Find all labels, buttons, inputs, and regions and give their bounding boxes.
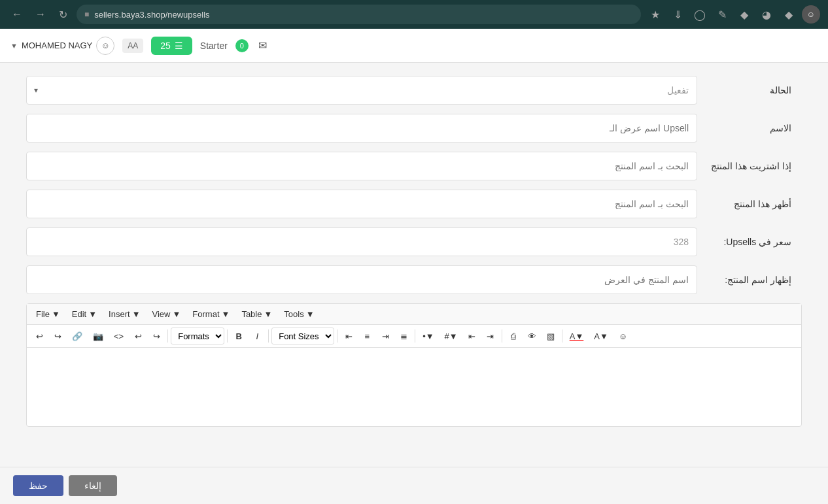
download-button[interactable]: ⇓ — [668, 5, 687, 24]
redo-button[interactable]: ↪ — [49, 328, 66, 344]
forward-button[interactable]: → — [31, 6, 50, 23]
price-label: سعر في Upsells: — [697, 237, 802, 247]
menu-view[interactable]: View ▼ — [147, 307, 186, 322]
text-color-button[interactable]: A▼ — [565, 328, 589, 344]
screenshot-button[interactable]: ◯ — [691, 5, 709, 24]
bell-button[interactable]: ✉ — [254, 37, 272, 55]
format-chevron-icon: ▼ — [222, 309, 230, 319]
edit-button[interactable]: ✎ — [713, 5, 731, 24]
status-label: الحالة — [697, 85, 802, 95]
outdent-button[interactable]: ⇤ — [464, 328, 481, 344]
file-chevron-icon: ▼ — [52, 309, 60, 319]
if-bought-input[interactable] — [26, 152, 697, 180]
notif-badge: 0 — [235, 39, 249, 52]
menu-edit[interactable]: Edit ▼ — [67, 307, 102, 322]
emoji-button[interactable]: ☺ — [614, 328, 632, 344]
editor-body[interactable] — [27, 348, 801, 426]
show-input[interactable] — [26, 190, 697, 218]
refresh-button[interactable]: ↻ — [55, 6, 71, 24]
toolbar-sep-1 — [167, 329, 168, 343]
image-button[interactable]: 📷 — [88, 328, 108, 344]
edit-chevron-icon: ▼ — [88, 309, 97, 319]
bullets-button[interactable]: •▼ — [418, 328, 438, 344]
bottom-bar: حفظ إلغاء — [0, 467, 828, 492]
cancel-button[interactable]: إلغاء — [69, 475, 117, 492]
indent-button[interactable]: ⇥ — [482, 328, 499, 344]
align-right-button[interactable]: ⇥ — [377, 328, 394, 344]
aa-button[interactable]: AA — [122, 39, 143, 53]
top-nav: ▼ MOHAMED NAGY ☺ AA 25 ☰ Starter 0 ✉ — [0, 29, 828, 63]
bold-button[interactable]: B — [230, 328, 247, 344]
table-chevron-icon: ▼ — [264, 309, 272, 319]
notif-area: 0 ✉ — [235, 37, 272, 55]
show-product-row: أظهر هذا المنتج — [26, 190, 802, 218]
align-justify-button[interactable]: ≣ — [395, 328, 412, 344]
back-button[interactable]: ← — [8, 6, 26, 23]
editor-menubar: File ▼ Edit ▼ Insert ▼ View ▼ Format ▼ T… — [27, 304, 801, 325]
raindrop-button[interactable]: ◆ — [735, 5, 753, 24]
site-icon: ■ — [84, 10, 89, 19]
code-button[interactable]: <> — [109, 328, 128, 344]
page-content: الحالة تفعيل الاسم إذا اشتريت هذا المنتج… — [0, 63, 828, 492]
tools-chevron-icon: ▼ — [306, 309, 315, 319]
user-avatar[interactable]: ☺ — [802, 5, 820, 24]
menu-format[interactable]: Format ▼ — [187, 307, 235, 322]
formats-select[interactable]: Formats — [171, 328, 224, 344]
display-name-input[interactable] — [26, 265, 697, 294]
display-name-row: إظهار اسم المنتج: — [26, 265, 802, 294]
toolbar-sep-3 — [268, 329, 269, 343]
display-name-label: إظهار اسم المنتج: — [697, 275, 802, 285]
view-chevron-icon: ▼ — [172, 309, 181, 319]
shield-button[interactable]: ◕ — [757, 5, 776, 24]
font-sizes-select[interactable]: Font Sizes — [271, 328, 334, 344]
badge-count: 25 — [160, 41, 171, 51]
url-text: sellers.baya3.shop/newupsells — [94, 10, 633, 20]
browser-actions: ★ ⇓ ◯ ✎ ◆ ◕ ◆ ☺ — [646, 5, 820, 24]
align-left-button[interactable]: ⇤ — [340, 328, 357, 344]
user-avatar-icon: ☺ — [96, 37, 114, 55]
italic-button[interactable]: I — [249, 328, 266, 344]
toolbar-sep-2 — [227, 329, 228, 343]
rich-text-editor: File ▼ Edit ▼ Insert ▼ View ▼ Format ▼ T… — [26, 303, 802, 427]
browser-chrome: ← → ↻ ■ sellers.baya3.shop/newupsells ★ … — [0, 0, 828, 29]
toolbar-sep-5 — [415, 329, 415, 343]
price-input[interactable] — [26, 227, 697, 256]
if-bought-row: إذا اشتريت هذا المنتج — [26, 152, 802, 180]
status-select[interactable]: تفعيل — [26, 76, 697, 105]
name-input[interactable] — [26, 114, 697, 143]
bookmark-button[interactable]: ★ — [646, 5, 664, 24]
starter-label: Starter — [200, 41, 228, 51]
save-button[interactable]: حفظ — [13, 475, 63, 492]
toolbar-sep-7 — [562, 329, 562, 343]
user-info[interactable]: ▼ MOHAMED NAGY ☺ — [10, 37, 114, 55]
status-row: الحالة تفعيل — [26, 76, 802, 105]
menu-insert[interactable]: Insert ▼ — [103, 307, 145, 322]
price-row: سعر في Upsells: — [26, 227, 802, 256]
menu-table[interactable]: Table ▼ — [236, 307, 277, 322]
align-center-button[interactable]: ≡ — [358, 328, 375, 344]
editor-toolbar: ↩ ↪ 🔗 📷 <> ↩ ↪ Formats B I Font Sizes ⇤ … — [27, 325, 801, 348]
address-bar[interactable]: ■ sellers.baya3.shop/newupsells — [77, 5, 641, 24]
list-icon: ☰ — [175, 41, 183, 51]
badge-button[interactable]: 25 ☰ — [151, 37, 192, 55]
print-button[interactable]: ⎙ — [505, 328, 522, 344]
name-label: الاسم — [697, 123, 802, 133]
toolbar-sep-4 — [337, 329, 337, 343]
numbered-button[interactable]: #▼ — [440, 328, 462, 344]
undo2-button[interactable]: ↩ — [129, 328, 147, 344]
preview-button[interactable]: 👁 — [523, 328, 541, 344]
table-btn[interactable]: ▧ — [542, 328, 559, 344]
user-name: MOHAMED NAGY — [22, 41, 92, 50]
link-button[interactable]: 🔗 — [67, 328, 87, 344]
name-row: الاسم — [26, 114, 802, 143]
extension-button[interactable]: ◆ — [780, 5, 798, 24]
bg-color-button[interactable]: A▼ — [589, 328, 613, 344]
undo-button[interactable]: ↩ — [31, 328, 48, 344]
menu-tools[interactable]: Tools ▼ — [279, 307, 319, 322]
redo2-button[interactable]: ↪ — [148, 328, 165, 344]
show-label: أظهر هذا المنتج — [697, 199, 802, 209]
if-bought-label: إذا اشتريت هذا المنتج — [697, 161, 802, 171]
insert-chevron-icon: ▼ — [132, 309, 141, 319]
toolbar-sep-6 — [502, 329, 502, 343]
menu-file[interactable]: File ▼ — [31, 307, 65, 322]
